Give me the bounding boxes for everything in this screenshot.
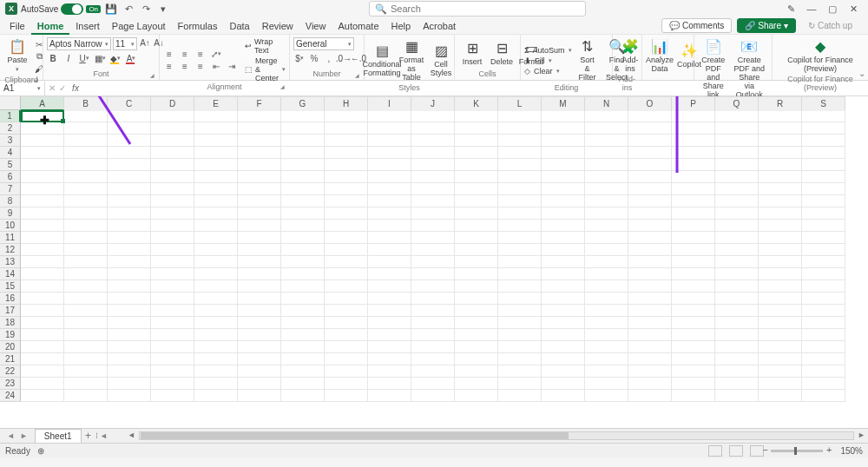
grid-cell[interactable] (281, 183, 325, 195)
grid-cell[interactable] (64, 293, 108, 305)
column-header[interactable]: N (585, 97, 628, 111)
align-middle-icon[interactable]: ≡ (179, 49, 191, 59)
grid-cell[interactable] (64, 390, 108, 402)
sheet-next-icon[interactable]: ► (20, 431, 28, 440)
grid-cell[interactable] (802, 353, 845, 365)
grid-cell[interactable] (238, 341, 281, 353)
grid-cell[interactable] (498, 378, 542, 390)
grid-cell[interactable] (108, 207, 151, 220)
grid-cell[interactable] (672, 171, 715, 183)
grid-cell[interactable] (498, 365, 542, 378)
grid-cell[interactable] (151, 183, 194, 195)
grid-cell[interactable] (368, 232, 411, 244)
grid-cell[interactable] (585, 329, 628, 341)
column-header[interactable]: I (368, 97, 411, 111)
grid-cell[interactable] (238, 122, 281, 135)
percent-icon[interactable]: % (308, 53, 320, 63)
grid-cell[interactable] (542, 305, 585, 317)
column-header[interactable]: P (672, 97, 715, 111)
column-header[interactable]: O (628, 97, 672, 111)
grid-cell[interactable] (542, 341, 585, 353)
grid-cell[interactable] (64, 220, 108, 232)
grid-cell[interactable] (281, 268, 325, 280)
grid-cell[interactable] (194, 159, 238, 171)
grid-cell[interactable] (238, 195, 281, 207)
grid-cell[interactable] (802, 365, 845, 378)
grid-cell[interactable] (759, 280, 802, 293)
grid-cell[interactable] (542, 329, 585, 341)
grid-cell[interactable] (455, 147, 498, 159)
horizontal-scrollbar[interactable] (139, 431, 854, 440)
grid-cell[interactable] (628, 183, 672, 195)
column-header[interactable]: G (281, 97, 325, 111)
grid-cell[interactable] (498, 135, 542, 147)
grid-cell[interactable] (542, 183, 585, 195)
grid-cell[interactable] (411, 280, 455, 293)
grid-cell[interactable] (325, 378, 368, 390)
grid-cell[interactable] (672, 110, 715, 122)
grid-cell[interactable] (151, 220, 194, 232)
grid-cell[interactable] (628, 256, 672, 268)
grid-cell[interactable] (194, 329, 238, 341)
grid-cell[interactable] (411, 353, 455, 365)
grid-cell[interactable] (64, 280, 108, 293)
border-button[interactable]: ▦▾ (94, 53, 106, 63)
comments-button[interactable]: 💬 Comments (661, 18, 732, 33)
grid-cell[interactable] (194, 390, 238, 402)
grid-cell[interactable] (715, 390, 759, 402)
grid-cell[interactable] (411, 207, 455, 220)
number-format-select[interactable]: General▾ (293, 37, 354, 50)
grid-cell[interactable] (21, 122, 64, 135)
sort-filter-button[interactable]: ⇅Sort & Filter (574, 37, 602, 83)
grid-cell[interactable] (368, 329, 411, 341)
grid-cell[interactable] (151, 122, 194, 135)
grid-cell[interactable] (238, 207, 281, 220)
column-header[interactable]: F (238, 97, 281, 111)
grid-cell[interactable] (498, 171, 542, 183)
grid-cell[interactable] (585, 378, 628, 390)
grid-cell[interactable] (759, 341, 802, 353)
column-header[interactable]: K (455, 97, 498, 111)
grid-cell[interactable] (411, 256, 455, 268)
grid-cell[interactable] (411, 220, 455, 232)
paste-button[interactable]: 📋 Paste▾ (3, 37, 31, 76)
column-header[interactable]: Q (715, 97, 759, 111)
grid-cell[interactable] (21, 207, 64, 220)
grid-cell[interactable] (238, 147, 281, 159)
grid-cell[interactable] (238, 293, 281, 305)
grid-cell[interactable] (585, 268, 628, 280)
grid-cell[interactable] (628, 220, 672, 232)
grid-cell[interactable] (21, 390, 64, 402)
grid-cell[interactable] (542, 293, 585, 305)
italic-button[interactable]: I (62, 53, 75, 63)
grid-cell[interactable] (368, 390, 411, 402)
grid-cell[interactable] (542, 207, 585, 220)
redo-icon[interactable]: ↷ (139, 2, 153, 16)
grid-cell[interactable] (325, 110, 368, 122)
tab-acrobat[interactable]: Acrobat (417, 17, 462, 35)
grid-cell[interactable] (759, 353, 802, 365)
grid-cell[interactable] (715, 293, 759, 305)
grid-cell[interactable] (281, 329, 325, 341)
grid-cell[interactable] (628, 122, 672, 135)
grid-cell[interactable] (585, 341, 628, 353)
grid-cell[interactable] (325, 353, 368, 365)
grid-cell[interactable] (585, 244, 628, 256)
grid-cell[interactable] (151, 256, 194, 268)
grid-cell[interactable] (281, 378, 325, 390)
column-header[interactable]: J (411, 97, 455, 111)
grid-cell[interactable] (498, 195, 542, 207)
grid-cell[interactable] (281, 365, 325, 378)
grid-cell[interactable] (108, 135, 151, 147)
autosum-button[interactable]: Σ AutoSum ▾ (524, 46, 572, 55)
fill-color-button[interactable]: ◆▾ (109, 53, 122, 63)
grid-cell[interactable] (802, 268, 845, 280)
grid-cell[interactable] (498, 110, 542, 122)
grid-cell[interactable] (325, 256, 368, 268)
grid-cell[interactable] (542, 220, 585, 232)
grid-cell[interactable] (672, 183, 715, 195)
grid-cell[interactable] (672, 135, 715, 147)
increase-decimal-icon[interactable]: .0→ (338, 53, 350, 63)
grid-cell[interactable] (585, 280, 628, 293)
grid-cell[interactable] (542, 147, 585, 159)
